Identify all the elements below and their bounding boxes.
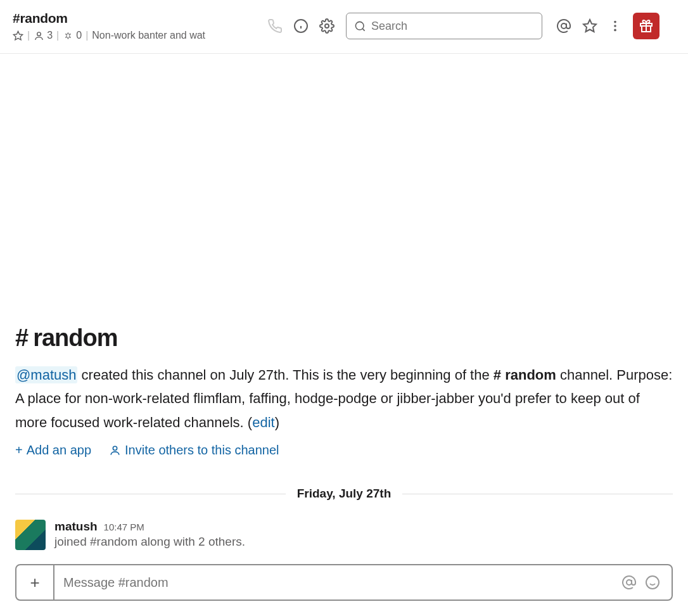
channel-intro: #random @matush created this channel on … — [15, 324, 673, 458]
intro-actions: + Add an app Invite others to this chann… — [15, 443, 673, 458]
channel-name[interactable]: #random — [13, 11, 260, 26]
gift-button[interactable] — [633, 13, 659, 39]
mention-icon[interactable] — [621, 575, 637, 590]
date-divider: Friday, July 27th — [15, 487, 673, 501]
header-right-icons — [556, 13, 659, 39]
date-label: Friday, July 27th — [286, 487, 403, 501]
phone-icon[interactable] — [267, 18, 283, 34]
composer-area: + — [0, 564, 688, 612]
message-row: matush 10:47 PM joined #random along wit… — [15, 517, 673, 553]
invite-link[interactable]: Invite others to this channel — [109, 443, 279, 458]
svg-point-11 — [614, 25, 616, 27]
message-pane: #random @matush created this channel on … — [0, 54, 688, 564]
add-app-link[interactable]: + Add an app — [15, 443, 91, 458]
creator-mention[interactable]: @matush — [15, 366, 77, 383]
svg-point-8 — [561, 23, 566, 29]
message-composer: + — [15, 564, 673, 601]
gear-icon[interactable] — [319, 18, 334, 34]
svg-point-5 — [325, 24, 329, 28]
svg-marker-9 — [583, 20, 596, 32]
svg-point-10 — [614, 21, 616, 23]
search-input[interactable] — [371, 20, 534, 33]
search-box[interactable] — [346, 13, 542, 39]
plus-icon: + — [15, 443, 23, 458]
svg-point-16 — [113, 446, 117, 450]
attach-button[interactable]: + — [16, 565, 54, 600]
pin-count[interactable]: 0 — [63, 30, 82, 41]
channel-meta: | 3 | 0 | Non-work banter and wat — [13, 30, 260, 41]
info-icon[interactable] — [293, 18, 309, 34]
svg-point-18 — [646, 576, 659, 589]
emoji-icon[interactable] — [645, 575, 660, 590]
message-username[interactable]: matush — [54, 520, 98, 534]
svg-point-1 — [37, 32, 41, 35]
svg-marker-0 — [13, 31, 22, 39]
message-text: joined #random along with 2 others. — [54, 535, 673, 549]
person-icon — [109, 444, 121, 456]
svg-point-17 — [627, 580, 632, 585]
search-icon — [354, 20, 366, 32]
svg-line-7 — [362, 29, 364, 30]
channel-topic[interactable]: Non-work banter and wat — [92, 30, 205, 41]
edit-purpose-link[interactable]: edit — [252, 414, 274, 430]
star-icon[interactable] — [582, 18, 597, 34]
mentions-icon[interactable] — [556, 18, 571, 34]
avatar[interactable] — [15, 520, 46, 550]
svg-point-12 — [614, 29, 616, 32]
star-channel-button[interactable] — [13, 30, 23, 41]
header-action-icons — [267, 18, 334, 34]
message-input[interactable] — [54, 575, 621, 590]
more-icon[interactable] — [608, 19, 622, 33]
channel-header: #random | 3 | 0 | Non-work banter and wa… — [0, 0, 688, 54]
intro-title: #random — [15, 324, 673, 352]
message-timestamp: 10:47 PM — [104, 522, 144, 532]
intro-description: @matush created this channel on July 27t… — [15, 363, 673, 434]
svg-point-6 — [355, 22, 364, 30]
member-count[interactable]: 3 — [34, 30, 53, 41]
header-left: #random | 3 | 0 | Non-work banter and wa… — [13, 11, 260, 41]
